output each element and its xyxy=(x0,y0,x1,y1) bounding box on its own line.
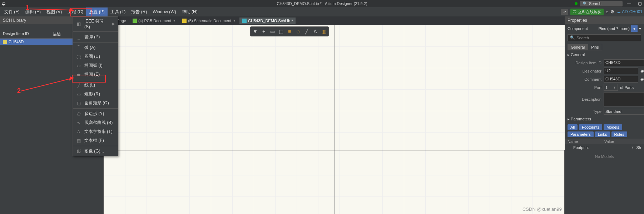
search-placeholder: Search xyxy=(589,1,601,6)
menu-item-label: 多边形 (Y) xyxy=(84,111,115,117)
doc-tab-label: CH543D_DEMO.SchLib * xyxy=(248,19,293,23)
document-tabs: e Page (4) PCB Document ▼ (5) Schematic … xyxy=(104,16,565,25)
param-filter-rules[interactable]: Rules xyxy=(611,131,627,137)
prop-designitemid-input[interactable]: CH543D xyxy=(604,59,644,66)
active-bar-toolbar: ▼ + ▭ ◫ ≡ ⍜ ╱ A ▥ xyxy=(250,26,329,36)
doc-tab-schlib[interactable]: CH543D_DEMO.SchLib * xyxy=(239,18,296,24)
prop-description-input[interactable] xyxy=(604,92,644,106)
menu-item-label: 线 (L) xyxy=(84,82,115,88)
menu-item-elliptical-arc[interactable]: ⬭椭圆弧 (I) xyxy=(73,61,118,70)
menu-place[interactable]: 放置 (P) xyxy=(86,8,107,16)
svg-marker-1 xyxy=(69,8,74,12)
menu-file[interactable]: 文件 (F) xyxy=(1,8,23,16)
shield-icon: 🛡 xyxy=(573,10,576,14)
param-row-footprint[interactable]: Footprint ▼ Sh xyxy=(565,144,644,151)
menu-item-circle[interactable]: ◯圆圈 (U) xyxy=(73,52,118,61)
menu-item-line[interactable]: ╱线 (L) xyxy=(73,81,118,90)
rect-icon[interactable]: ▥ xyxy=(320,28,328,35)
prop-part-select[interactable]: 1 ▼ xyxy=(604,84,618,91)
param-filter-all[interactable]: All xyxy=(568,124,578,130)
param-filter-models[interactable]: Models xyxy=(604,124,622,130)
cloud-account-button[interactable]: ☁ AD-CH001 xyxy=(616,9,643,14)
arc-icon: ⌒ xyxy=(76,45,81,51)
minimize-button[interactable]: — xyxy=(625,1,633,6)
chevron-down-icon[interactable]: ▼ xyxy=(233,19,236,23)
doc-tab-pcb[interactable]: (4) PCB Document ▼ xyxy=(130,18,179,24)
maximize-button[interactable]: ▢ xyxy=(635,1,644,6)
doc-tab-schematic[interactable]: (5) Schematic Document ▼ xyxy=(179,18,239,24)
filter-icon[interactable]: ▼ xyxy=(251,28,259,35)
menu-item-polygon[interactable]: ⬠多边形 (Y) xyxy=(73,109,118,118)
menu-item-label: 椭圆 (E) xyxy=(84,71,115,78)
prop-description-label: Description xyxy=(568,97,601,101)
move-icon[interactable]: + xyxy=(260,28,268,35)
prop-designator-input[interactable]: U? xyxy=(604,68,638,74)
line-icon[interactable]: ╱ xyxy=(303,28,311,35)
menu-item-round-rect[interactable]: ▢圆角矩形 (O) xyxy=(73,99,118,108)
select-touching-icon[interactable]: ◫ xyxy=(277,28,285,35)
prop-part-value: 1 xyxy=(605,85,608,90)
properties-search[interactable]: 🔍 Search xyxy=(568,34,641,41)
prop-comment-input[interactable]: CH543D xyxy=(604,76,638,83)
circle-icon: ◯ xyxy=(76,54,81,60)
doc-icon xyxy=(242,19,247,23)
menu-item-ieee[interactable]: ◧IEEE 符号 (S)▶ xyxy=(73,17,118,31)
pin-icon[interactable]: ⍜ xyxy=(294,28,302,35)
menu-item-image[interactable]: 🖼图像 (G)... xyxy=(73,147,118,156)
share-button[interactable]: ↗ xyxy=(561,9,568,15)
param-filter-parameters[interactable]: Parameters xyxy=(568,131,594,137)
properties-tabs: General Pins xyxy=(568,44,641,50)
menu-item-bezier[interactable]: ∿贝塞尔曲线 (B) xyxy=(73,118,118,127)
chevron-down-icon[interactable]: ▼ xyxy=(173,19,176,23)
menu-item-ellipse[interactable]: ⬬椭圆 (E) xyxy=(73,70,118,79)
menu-help[interactable]: 帮助 (H) xyxy=(179,8,200,16)
filter-menu-icon[interactable]: ▾ xyxy=(639,26,641,31)
visibility-toggle-icon[interactable]: ◉ xyxy=(640,69,644,73)
menu-item-label: 文本框 (F) xyxy=(84,138,115,144)
param-filter-links[interactable]: Links xyxy=(595,131,610,137)
menu-separator xyxy=(73,42,118,43)
menu-item-text-frame[interactable]: ▤文本框 (F) xyxy=(73,136,118,145)
menu-item-rectangle[interactable]: ▭矩形 (R) xyxy=(73,90,118,99)
menu-window[interactable]: Window (W) xyxy=(150,8,179,16)
app-logo-icon: ◒ xyxy=(0,0,7,7)
component-mode-label: Component xyxy=(568,26,588,31)
title-bar: ◒ CH543D_DEMO.SchLib * - Altium Designer… xyxy=(0,0,644,7)
home-icon[interactable]: ⌂ xyxy=(606,9,608,14)
menu-item-label: IEEE 符号 (S) xyxy=(84,18,109,29)
buy-online-button[interactable]: 🛡 立即在线购买 xyxy=(570,9,604,15)
menu-tools[interactable]: 工具 (T) xyxy=(108,8,129,16)
tab-general[interactable]: General xyxy=(568,44,588,50)
menu-item-label: 文本字符串 (T) xyxy=(84,129,115,135)
section-parameters-label: Parameters xyxy=(571,117,591,121)
section-parameters[interactable]: ▸ Parameters xyxy=(565,115,644,123)
chevron-down-icon[interactable]: ▼ xyxy=(631,146,634,149)
titlebar-search[interactable]: 🔍 Search xyxy=(580,1,623,6)
menu-item-pin[interactable]: ⎯管脚 (P) xyxy=(73,33,118,41)
library-item-name: CH543D xyxy=(9,40,24,44)
prop-ofparts-label: of Parts xyxy=(620,85,634,90)
menu-separator xyxy=(73,31,118,32)
visibility-toggle-icon[interactable]: ◉ xyxy=(640,77,644,81)
select-rect-icon[interactable]: ▭ xyxy=(268,28,276,35)
annotation-1: 1 xyxy=(26,4,29,11)
menu-report[interactable]: 报告 (R) xyxy=(128,8,150,16)
ieee-icon: ◧ xyxy=(76,21,81,27)
text-icon: A xyxy=(76,129,81,135)
param-row-name: Footprint xyxy=(573,145,629,150)
section-general[interactable]: ▸ General xyxy=(565,51,644,59)
prop-type-select[interactable]: Standard xyxy=(604,108,644,115)
text-icon[interactable]: A xyxy=(311,28,319,35)
col-description: 描述 xyxy=(53,31,61,37)
schematic-canvas[interactable] xyxy=(104,25,565,214)
settings-icon[interactable]: ⚙ xyxy=(610,9,614,14)
menu-item-arc[interactable]: ⌒弧 (A) xyxy=(73,43,118,52)
tab-pins[interactable]: Pins xyxy=(588,44,602,50)
menu-item-text-string[interactable]: A文本字符串 (T) xyxy=(73,127,118,136)
align-icon[interactable]: ≡ xyxy=(286,28,293,35)
prop-type-value: Standard xyxy=(605,109,621,114)
sch-library-title-text: SCH Library xyxy=(3,18,26,23)
filter-button[interactable]: ▼ xyxy=(631,25,638,32)
param-filter-footprints[interactable]: Footprints xyxy=(579,124,602,130)
menu-separator xyxy=(73,108,118,109)
